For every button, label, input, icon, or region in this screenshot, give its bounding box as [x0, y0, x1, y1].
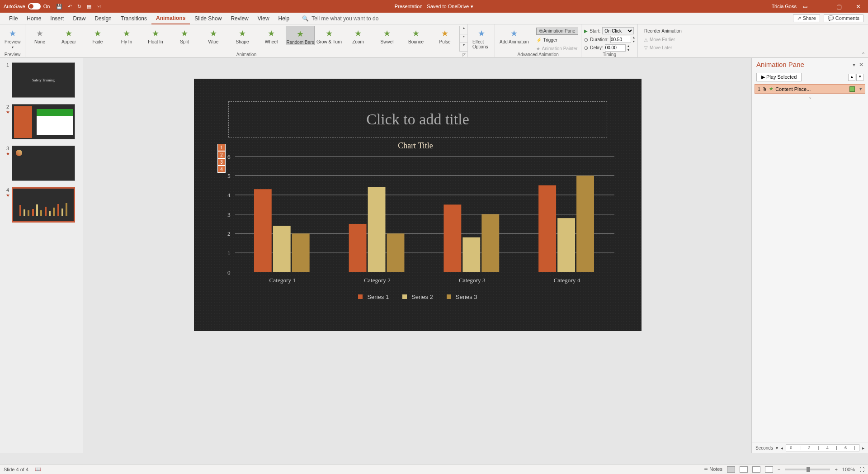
pane-options-icon[interactable]: ▾	[853, 62, 855, 68]
anim-pulse[interactable]: ★Pulse	[430, 26, 459, 44]
duration-down[interactable]: ▾	[633, 39, 635, 43]
animation-indicator-icon: ★	[6, 109, 10, 114]
user-name[interactable]: Tricia Goss	[772, 4, 797, 9]
preview-button[interactable]: ★Preview▾	[0, 26, 25, 49]
anim-shape[interactable]: ★Shape	[228, 26, 257, 44]
svg-rect-17	[292, 233, 310, 272]
ribbon-display-icon[interactable]: ▭	[803, 4, 807, 9]
add-animation-button[interactable]: ★Add Animation	[495, 26, 533, 44]
tab-help[interactable]: Help	[274, 13, 294, 24]
sorter-view-button[interactable]	[740, 466, 748, 473]
tell-me-input[interactable]: Tell me what you want to do	[311, 15, 378, 22]
item-dropdown-icon[interactable]: ▾	[859, 86, 862, 92]
timeline-next[interactable]: ▸	[862, 446, 864, 450]
play-selected-button[interactable]: ▶ Play Selected	[756, 73, 802, 81]
chart-placeholder[interactable]: Chart Title 0123456Category 1Category 2C…	[217, 141, 614, 313]
anim-swivel[interactable]: ★Swivel	[373, 26, 401, 44]
tab-view[interactable]: View	[253, 13, 274, 24]
close-button[interactable]: ✕	[852, 3, 864, 10]
zoom-slider[interactable]	[785, 469, 830, 470]
star-icon: ★	[412, 28, 420, 38]
anim-bounce[interactable]: ★Bounce	[401, 26, 430, 44]
anim-wipe[interactable]: ★Wipe	[199, 26, 228, 44]
tab-insert[interactable]: Insert	[46, 13, 68, 24]
duration-up[interactable]: ▴	[633, 35, 635, 39]
gallery-up[interactable]: ▴	[460, 26, 467, 34]
anim-zoom[interactable]: ★Zoom	[344, 26, 373, 44]
anim-fly-in[interactable]: ★Fly In	[112, 26, 141, 44]
autosave-toggle[interactable]	[28, 3, 41, 9]
anim-float-in[interactable]: ★Float In	[141, 26, 170, 44]
delay-down[interactable]: ▾	[627, 48, 629, 52]
thumbnail-4[interactable]	[12, 187, 75, 223]
tab-home[interactable]: Home	[22, 13, 46, 24]
tab-file[interactable]: File	[5, 13, 22, 24]
star-icon: ★	[181, 28, 188, 38]
touch-mode-icon[interactable]: ☜	[97, 4, 101, 9]
reading-view-button[interactable]	[752, 466, 760, 473]
delay-input[interactable]	[605, 44, 626, 52]
comments-button[interactable]: 💬 Comments	[824, 14, 863, 22]
tab-transitions[interactable]: Transitions	[116, 13, 151, 24]
animation-pane-button[interactable]: ⧉ Animation Pane	[536, 28, 579, 35]
timeline-scale[interactable]: 0|2|4|6|	[786, 444, 859, 451]
seconds-dropdown-icon[interactable]: ▾	[776, 446, 778, 450]
tab-design[interactable]: Design	[90, 13, 116, 24]
svg-rect-24	[462, 237, 480, 272]
animation-dialog-launcher[interactable]: ◸	[462, 52, 466, 57]
thumbnail-3[interactable]	[12, 146, 75, 181]
undo-icon[interactable]: ↶	[68, 4, 72, 9]
spell-check-icon[interactable]: 📖	[35, 466, 41, 472]
gallery-more[interactable]: ▾	[460, 43, 467, 52]
redo-icon[interactable]: ↻	[77, 4, 81, 9]
tab-review[interactable]: Review	[226, 13, 253, 24]
title-dropdown-icon[interactable]: ▾	[471, 4, 473, 9]
effect-options-button[interactable]: ★Effect Options	[468, 26, 495, 49]
share-button[interactable]: ↗ Share	[793, 14, 820, 22]
trigger-button[interactable]: ⚡Trigger	[533, 36, 581, 44]
animation-item[interactable]: 1 🖱 ★ Content Place... ▾	[755, 84, 865, 94]
zoom-in-button[interactable]: +	[835, 467, 837, 472]
ribbon: ★Preview▾ Preview ★None★Appear★Fade★Fly …	[0, 24, 868, 58]
anim-appear[interactable]: ★Appear	[54, 26, 83, 44]
anim-random-bars[interactable]: ★Random Bars	[286, 26, 315, 45]
timeline-prev[interactable]: ◂	[781, 446, 783, 450]
star-icon: ★	[297, 29, 304, 39]
title-placeholder[interactable]: Click to add title	[228, 101, 607, 137]
tab-draw[interactable]: Draw	[68, 13, 90, 24]
anim-none[interactable]: ★None	[25, 26, 54, 44]
slide-editor[interactable]: Click to add title 1234 Chart Title 0123…	[84, 58, 751, 453]
zoom-out-button[interactable]: −	[778, 467, 780, 472]
slideshow-view-button[interactable]	[765, 466, 773, 473]
move-down-button[interactable]: ▾	[856, 74, 863, 81]
notes-button[interactable]: ≐ Notes	[704, 466, 722, 472]
star-icon: ★	[268, 28, 275, 38]
slide-counter[interactable]: Slide 4 of 4	[4, 467, 28, 472]
tab-animations[interactable]: Animations	[151, 13, 190, 24]
expand-icon[interactable]: ⌄	[752, 95, 868, 100]
anim-wheel[interactable]: ★Wheel	[257, 26, 286, 44]
star-icon: ★	[239, 28, 246, 38]
maximize-button[interactable]: ▢	[833, 3, 845, 10]
thumbnail-1[interactable]: Safety Training	[12, 62, 75, 98]
gallery-down[interactable]: ▾	[460, 34, 467, 43]
fit-to-window-button[interactable]: ⛶	[859, 467, 864, 472]
anim-fade[interactable]: ★Fade	[83, 26, 112, 44]
start-slideshow-icon[interactable]: ▦	[87, 4, 91, 9]
minimize-button[interactable]: —	[814, 3, 826, 10]
duration-input[interactable]	[610, 36, 631, 43]
pane-close-icon[interactable]: ✕	[859, 62, 863, 68]
save-icon[interactable]: 💾	[56, 4, 62, 9]
move-up-button[interactable]: ▴	[848, 74, 855, 81]
start-select[interactable]: On Click	[602, 27, 634, 34]
anim-split[interactable]: ★Split	[170, 26, 199, 44]
slide-canvas[interactable]: Click to add title 1234 Chart Title 0123…	[194, 79, 642, 331]
collapse-ribbon-icon[interactable]: ⌃	[861, 52, 865, 57]
effect-options-icon: ★	[478, 28, 485, 38]
thumbnail-2[interactable]	[12, 104, 75, 139]
anim-grow-turn[interactable]: ★Grow & Turn	[315, 26, 344, 44]
delay-up[interactable]: ▴	[627, 44, 629, 48]
zoom-level[interactable]: 100%	[842, 467, 855, 472]
normal-view-button[interactable]	[727, 466, 735, 473]
tab-slideshow[interactable]: Slide Show	[190, 13, 226, 24]
